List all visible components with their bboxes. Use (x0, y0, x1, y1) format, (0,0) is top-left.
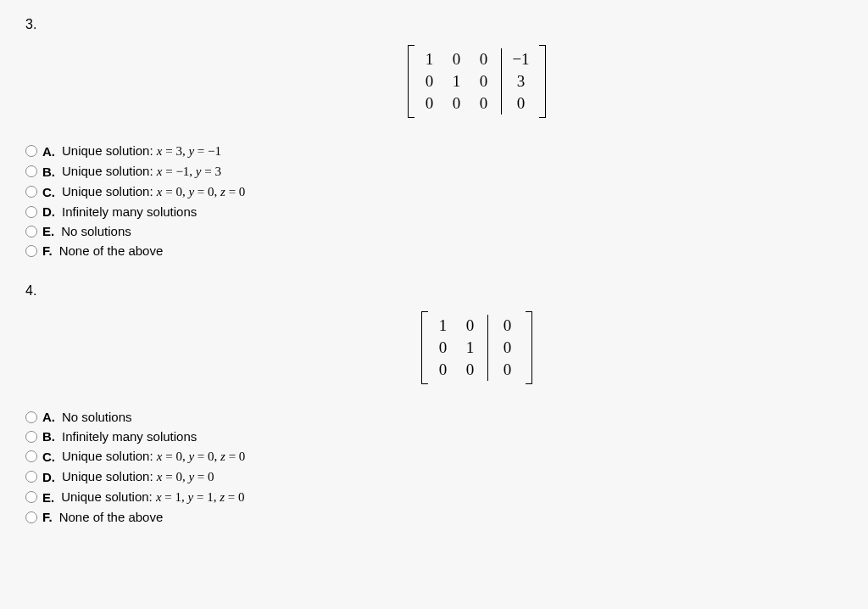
option-c[interactable]: C.Unique solution: x = 0, y = 0, z = 0 (25, 449, 843, 464)
radio-button[interactable] (25, 450, 37, 462)
matrix-cell: 0 (443, 94, 470, 113)
radio-button[interactable] (25, 245, 37, 257)
option-label: F. (42, 510, 53, 524)
matrix-cell: 3 (505, 72, 537, 91)
option-text: Unique solution: x = 3, y = −1 (62, 143, 221, 159)
augmented-matrix: 100−101030000 (25, 45, 843, 118)
option-text: None of the above (59, 243, 164, 258)
radio-button[interactable] (25, 471, 37, 483)
option-text: No solutions (61, 224, 131, 238)
radio-button[interactable] (25, 511, 37, 523)
option-label: C. (42, 185, 55, 199)
option-e[interactable]: E.Unique solution: x = 1, y = 1, z = 0 (25, 489, 843, 505)
matrix-cell: 1 (430, 316, 457, 335)
option-text: Unique solution: x = 0, y = 0, z = 0 (62, 449, 245, 464)
option-label: F. (42, 243, 53, 258)
question-4: 4.100010000A.No solutionsB.Infinitely ma… (25, 283, 843, 524)
option-d[interactable]: D.Unique solution: x = 0, y = 0 (25, 469, 843, 484)
option-a[interactable]: A.Unique solution: x = 3, y = −1 (25, 143, 843, 159)
matrix-cell: 1 (443, 72, 470, 91)
option-label: D. (42, 470, 55, 484)
matrix-cell: 0 (457, 360, 484, 379)
option-label: B. (42, 429, 55, 444)
option-a[interactable]: A.No solutions (25, 410, 843, 424)
radio-button[interactable] (25, 411, 37, 423)
option-text: Unique solution: x = 1, y = 1, z = 0 (61, 489, 244, 505)
option-label: E. (42, 490, 54, 505)
option-text: Unique solution: x = 0, y = 0 (62, 469, 214, 484)
option-text: No solutions (62, 410, 132, 424)
option-text: Unique solution: x = −1, y = 3 (62, 164, 221, 179)
radio-button[interactable] (25, 145, 37, 157)
option-b[interactable]: B.Infinitely many solutions (25, 429, 843, 444)
matrix-cell: 0 (430, 338, 457, 357)
matrix-cell: 0 (443, 50, 470, 69)
matrix-cell: 0 (416, 94, 443, 113)
option-label: A. (42, 410, 55, 424)
question-3: 3.100−101030000A.Unique solution: x = 3,… (25, 17, 843, 258)
radio-button[interactable] (25, 186, 37, 198)
matrix-cell: 0 (457, 316, 484, 335)
option-f[interactable]: F.None of the above (25, 243, 843, 258)
augmented-matrix: 100010000 (25, 311, 843, 384)
matrix-cell: 0 (505, 94, 537, 113)
matrix-cell: 0 (492, 338, 524, 357)
option-label: D. (42, 204, 55, 219)
matrix-cell: 1 (457, 338, 484, 357)
option-label: E. (42, 224, 54, 238)
matrix-cell: 0 (470, 72, 498, 91)
matrix-cell: 0 (492, 360, 524, 379)
radio-button[interactable] (25, 165, 37, 177)
option-d[interactable]: D.Infinitely many solutions (25, 204, 843, 219)
question-number: 4. (25, 283, 843, 299)
options-list: A.Unique solution: x = 3, y = −1B.Unique… (25, 143, 843, 258)
matrix-cell: 0 (470, 94, 498, 113)
options-list: A.No solutionsB.Infinitely many solution… (25, 410, 843, 524)
option-f[interactable]: F.None of the above (25, 510, 843, 524)
option-c[interactable]: C.Unique solution: x = 0, y = 0, z = 0 (25, 184, 843, 199)
matrix-cell: 0 (416, 72, 443, 91)
option-text: Unique solution: x = 0, y = 0, z = 0 (62, 184, 245, 199)
option-text: Infinitely many solutions (62, 429, 197, 444)
matrix-cell: 0 (470, 50, 498, 69)
question-number: 3. (25, 17, 843, 32)
option-label: A. (42, 144, 55, 159)
option-e[interactable]: E.No solutions (25, 224, 843, 238)
radio-button[interactable] (25, 226, 37, 237)
option-text: Infinitely many solutions (62, 204, 197, 219)
matrix-cell: 0 (430, 360, 457, 379)
option-text: None of the above (59, 510, 164, 524)
radio-button[interactable] (25, 431, 37, 443)
option-label: B. (42, 165, 55, 179)
option-label: C. (42, 450, 55, 464)
matrix-cell: 1 (416, 50, 443, 69)
option-b[interactable]: B.Unique solution: x = −1, y = 3 (25, 164, 843, 179)
radio-button[interactable] (25, 491, 37, 503)
matrix-cell: 0 (492, 316, 524, 335)
matrix-cell: −1 (505, 50, 537, 69)
radio-button[interactable] (25, 206, 37, 218)
